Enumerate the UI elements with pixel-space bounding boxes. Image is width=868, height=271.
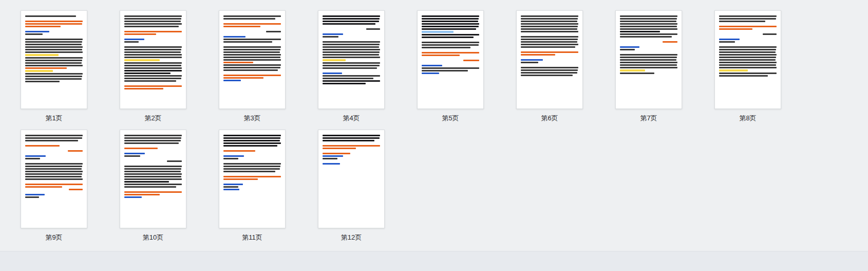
- text-line-dark: [124, 186, 176, 188]
- text-line-blue: [620, 46, 639, 48]
- text-line-dark: [223, 67, 280, 68]
- text-line-orange: [69, 189, 83, 190]
- page-thumbnail[interactable]: [21, 130, 87, 228]
- text-line-dark: [719, 49, 776, 50]
- text-line-link: [620, 31, 660, 32]
- text-line-dark: [25, 173, 82, 175]
- text-line-dark: [620, 54, 677, 56]
- page-thumbnail[interactable]: [120, 130, 186, 228]
- text-line-orange: [223, 26, 260, 27]
- text-line-dark: [223, 49, 280, 50]
- page-cell: 第7页: [615, 10, 682, 122]
- text-line-dark: [422, 70, 468, 71]
- text-line-dark: [521, 62, 538, 63]
- text-line-blue: [25, 194, 45, 195]
- text-line-dark: [521, 41, 577, 43]
- text-line-hl: [620, 69, 645, 71]
- text-line-dark: [223, 57, 280, 58]
- text-line-blue: [223, 80, 241, 81]
- page-cell: 第1页: [21, 10, 87, 122]
- text-line-orange: [124, 85, 182, 87]
- text-line-dark: [25, 73, 83, 75]
- text-line-dark: [124, 21, 181, 22]
- text-line-dark: [719, 64, 776, 66]
- text-line-dark: [521, 69, 578, 71]
- text-line-dark: [124, 46, 182, 48]
- text-line-dark: [25, 46, 83, 48]
- text-line-dark: [124, 173, 182, 175]
- page-label: 第9页: [21, 233, 87, 242]
- text-line-dark: [25, 33, 43, 35]
- text-line-link: [422, 21, 478, 22]
- text-line-dark: [323, 78, 373, 79]
- text-line-dark: [366, 28, 380, 30]
- text-line-dark: [620, 21, 676, 22]
- page-thumbnail[interactable]: [219, 130, 286, 228]
- text-line-dark: [25, 76, 82, 77]
- text-line-hl: [323, 59, 346, 61]
- text-line-dark: [223, 51, 280, 53]
- text-line-hl: [719, 69, 748, 71]
- page-cell: 第10页: [120, 130, 186, 242]
- text-line-dark: [25, 171, 83, 172]
- text-line-link: [422, 37, 474, 38]
- text-line-orange: [124, 33, 156, 35]
- page-thumbnail[interactable]: [219, 10, 286, 109]
- text-line-orange: [68, 150, 83, 152]
- text-line-dark: [323, 158, 337, 159]
- page-thumbnail[interactable]: [318, 10, 385, 109]
- text-line-dark: [521, 26, 578, 27]
- text-line-dark: [124, 166, 182, 167]
- text-line-link: [323, 21, 379, 22]
- text-line-link: [124, 73, 171, 74]
- page-label: 第7页: [615, 114, 682, 122]
- text-line-link: [422, 28, 476, 30]
- page-label: 第12页: [318, 233, 385, 242]
- text-line-link: [422, 23, 479, 25]
- page-cell: 第4页: [318, 10, 385, 122]
- text-line-dark: [223, 168, 280, 170]
- text-line-blue: [323, 33, 343, 35]
- text-line-dark: [521, 15, 578, 17]
- page-thumbnail[interactable]: [516, 10, 583, 109]
- text-line-dark: [719, 73, 777, 74]
- text-line-orange: [663, 41, 677, 43]
- text-line-dark: [719, 18, 776, 20]
- text-line-orange: [124, 148, 158, 149]
- text-line-dark: [620, 73, 654, 74]
- text-line-dark: [323, 51, 380, 53]
- text-line-orange: [223, 62, 253, 63]
- page-thumbnail[interactable]: [417, 10, 484, 109]
- text-line-link: [323, 140, 374, 141]
- page-thumbnail[interactable]: [615, 10, 682, 109]
- text-line-dark: [620, 18, 677, 20]
- page-label: 第11页: [219, 233, 286, 242]
- page-thumbnail[interactable]: [21, 10, 87, 109]
- page-label: 第3页: [219, 114, 286, 122]
- text-line-orange: [25, 23, 82, 25]
- text-line-dark: [124, 168, 181, 170]
- text-line-dark: [521, 31, 578, 32]
- text-line-orange: [223, 75, 281, 76]
- page-label: 第2页: [120, 114, 186, 122]
- text-line-bluehl: [422, 31, 454, 33]
- text-line-dark: [124, 57, 182, 58]
- text-line-dark: [620, 36, 672, 38]
- page-thumbnail[interactable]: [120, 10, 186, 109]
- text-line-dark: [521, 72, 577, 74]
- text-line-dark: [620, 28, 677, 30]
- text-line-link: [223, 137, 280, 139]
- page-thumbnail[interactable]: [318, 130, 385, 228]
- text-line-dark: [223, 186, 238, 188]
- text-line-link: [323, 23, 375, 25]
- text-line-link: [124, 181, 169, 183]
- text-line-dark: [719, 75, 768, 77]
- text-line-dark: [620, 57, 677, 58]
- text-line-link: [323, 80, 380, 82]
- text-line-dark: [719, 15, 777, 17]
- text-line-dark: [620, 62, 677, 63]
- text-line-link: [422, 26, 479, 27]
- text-line-dark: [124, 171, 181, 172]
- page-thumbnail[interactable]: [714, 10, 781, 109]
- text-line-dark: [124, 184, 182, 185]
